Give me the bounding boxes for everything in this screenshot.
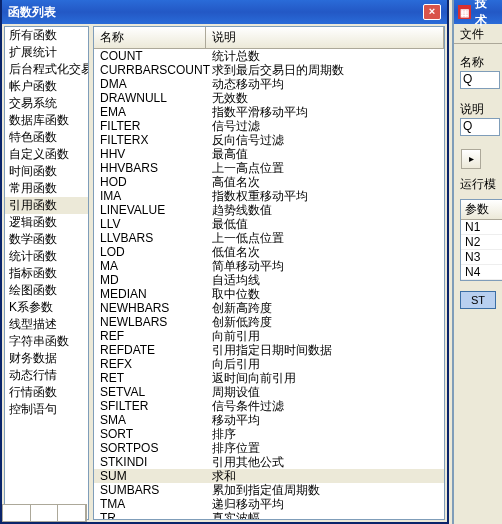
- function-desc: 排序: [206, 427, 444, 441]
- function-row[interactable]: REF向前引用: [94, 329, 444, 343]
- toolbar-button[interactable]: ▸: [461, 149, 481, 169]
- function-row[interactable]: STKINDI引用其他公式: [94, 455, 444, 469]
- param-row[interactable]: N4: [461, 265, 502, 280]
- function-desc: 高值名次: [206, 175, 444, 189]
- sidebar-item[interactable]: 字符串函数: [5, 333, 88, 350]
- sidebar-item[interactable]: 引用函数: [5, 197, 88, 214]
- titlebar[interactable]: 函数列表 ×: [2, 0, 447, 24]
- function-name: SUM: [94, 469, 206, 483]
- desc-input[interactable]: Q: [460, 118, 500, 136]
- sidebar-item[interactable]: 交易系统: [5, 95, 88, 112]
- function-name: HHVBARS: [94, 161, 206, 175]
- function-row[interactable]: SORTPOS排序位置: [94, 441, 444, 455]
- function-row[interactable]: SFILTER信号条件过滤: [94, 399, 444, 413]
- function-row[interactable]: NEWLBARS创新低跨度: [94, 315, 444, 329]
- function-desc: 排序位置: [206, 441, 444, 455]
- name-input[interactable]: Q: [460, 71, 500, 89]
- function-row[interactable]: IMA指数权重移动平均: [94, 189, 444, 203]
- sidebar-item[interactable]: 数学函数: [5, 231, 88, 248]
- sidebar-item[interactable]: 线型描述: [5, 316, 88, 333]
- function-name: LOD: [94, 245, 206, 259]
- function-row[interactable]: SORT排序: [94, 427, 444, 441]
- st-button[interactable]: ST: [460, 291, 496, 309]
- param-table: 参数 N1N2N3N4: [460, 199, 502, 281]
- function-desc: 趋势线数值: [206, 203, 444, 217]
- function-name: REFDATE: [94, 343, 206, 357]
- function-name: RET: [94, 371, 206, 385]
- function-desc: 最低值: [206, 217, 444, 231]
- function-desc: 向后引用: [206, 357, 444, 371]
- sidebar-item[interactable]: 行情函数: [5, 384, 88, 401]
- function-name: SORT: [94, 427, 206, 441]
- function-row[interactable]: DMA动态移动平均: [94, 77, 444, 91]
- column-header-desc[interactable]: 说明: [206, 27, 444, 48]
- function-row[interactable]: HHV最高值: [94, 147, 444, 161]
- sidebar-item[interactable]: 指标函数: [5, 265, 88, 282]
- close-button[interactable]: ×: [423, 4, 441, 20]
- sidebar-item[interactable]: 特色函数: [5, 129, 88, 146]
- function-desc: 创新低跨度: [206, 315, 444, 329]
- tab-stub[interactable]: [58, 505, 86, 521]
- sidebar-item[interactable]: 数据库函数: [5, 112, 88, 129]
- sidebar-item[interactable]: 所有函数: [5, 27, 88, 44]
- function-row[interactable]: COUNT统计总数: [94, 49, 444, 63]
- sidebar-item[interactable]: 控制语句: [5, 401, 88, 418]
- function-desc: 信号过滤: [206, 119, 444, 133]
- function-row[interactable]: NEWHBARS创新高跨度: [94, 301, 444, 315]
- menu-file[interactable]: 文件: [460, 27, 484, 41]
- sidebar-item[interactable]: 财务数据: [5, 350, 88, 367]
- function-row[interactable]: MEDIAN取中位数: [94, 287, 444, 301]
- tab-stub[interactable]: [31, 505, 59, 521]
- function-name: TMA: [94, 497, 206, 511]
- function-desc: 指数平滑移动平均: [206, 105, 444, 119]
- function-row[interactable]: LOD低值名次: [94, 245, 444, 259]
- function-row[interactable]: SUM求和: [94, 469, 444, 483]
- function-row[interactable]: LLV最低值: [94, 217, 444, 231]
- sidebar-item[interactable]: 时间函数: [5, 163, 88, 180]
- param-header[interactable]: 参数: [461, 200, 502, 220]
- list-body[interactable]: COUNT统计总数CURRBARSCOUNT求到最后交易日的周期数DMA动态移动…: [94, 49, 444, 519]
- sidebar-item[interactable]: 扩展统计: [5, 44, 88, 61]
- param-row[interactable]: N2: [461, 235, 502, 250]
- sidebar-item[interactable]: 常用函数: [5, 180, 88, 197]
- column-header-name[interactable]: 名称: [94, 27, 206, 48]
- sidebar-item[interactable]: 动态行情: [5, 367, 88, 384]
- function-row[interactable]: HHVBARS上一高点位置: [94, 161, 444, 175]
- param-row[interactable]: N1: [461, 220, 502, 235]
- sidebar-item[interactable]: 后台程式化交易: [5, 61, 88, 78]
- sidebar-item[interactable]: 帐户函数: [5, 78, 88, 95]
- function-row[interactable]: LINEVALUE趋势线数值: [94, 203, 444, 217]
- function-name: REF: [94, 329, 206, 343]
- function-desc: 累加到指定值周期数: [206, 483, 444, 497]
- sidebar-item[interactable]: 逻辑函数: [5, 214, 88, 231]
- function-desc: 无效数: [206, 91, 444, 105]
- function-row[interactable]: SETVAL周期设值: [94, 385, 444, 399]
- function-row[interactable]: SMA移动平均: [94, 413, 444, 427]
- function-row[interactable]: TR真实波幅: [94, 511, 444, 519]
- function-row[interactable]: RET返时间向前引用: [94, 371, 444, 385]
- function-row[interactable]: FILTERX反向信号过滤: [94, 133, 444, 147]
- sidebar-item[interactable]: 绘图函数: [5, 282, 88, 299]
- sidebar-item[interactable]: 统计函数: [5, 248, 88, 265]
- function-row[interactable]: FILTER信号过滤: [94, 119, 444, 133]
- function-row[interactable]: EMA指数平滑移动平均: [94, 105, 444, 119]
- bottom-tab-strip[interactable]: [2, 504, 87, 522]
- function-row[interactable]: MA简单移动平均: [94, 259, 444, 273]
- function-row[interactable]: REFDATE引用指定日期时间数据: [94, 343, 444, 357]
- function-row[interactable]: CURRBARSCOUNT求到最后交易日的周期数: [94, 63, 444, 77]
- function-name: REFX: [94, 357, 206, 371]
- category-sidebar[interactable]: 所有函数扩展统计后台程式化交易帐户函数交易系统数据库函数特色函数自定义函数时间函…: [4, 26, 89, 520]
- function-row[interactable]: REFX向后引用: [94, 357, 444, 371]
- param-row[interactable]: N3: [461, 250, 502, 265]
- sidebar-item[interactable]: K系参数: [5, 299, 88, 316]
- function-row[interactable]: HOD高值名次: [94, 175, 444, 189]
- right-title-text: 技术: [475, 0, 498, 29]
- function-row[interactable]: DRAWNULL无效数: [94, 91, 444, 105]
- sidebar-item[interactable]: 自定义函数: [5, 146, 88, 163]
- function-row[interactable]: TMA递归移动平均: [94, 497, 444, 511]
- tab-stub[interactable]: [3, 505, 31, 521]
- function-row[interactable]: LLVBARS上一低点位置: [94, 231, 444, 245]
- function-row[interactable]: MD自适均线: [94, 273, 444, 287]
- function-row[interactable]: SUMBARS累加到指定值周期数: [94, 483, 444, 497]
- right-titlebar[interactable]: ▦ 技术: [454, 0, 502, 24]
